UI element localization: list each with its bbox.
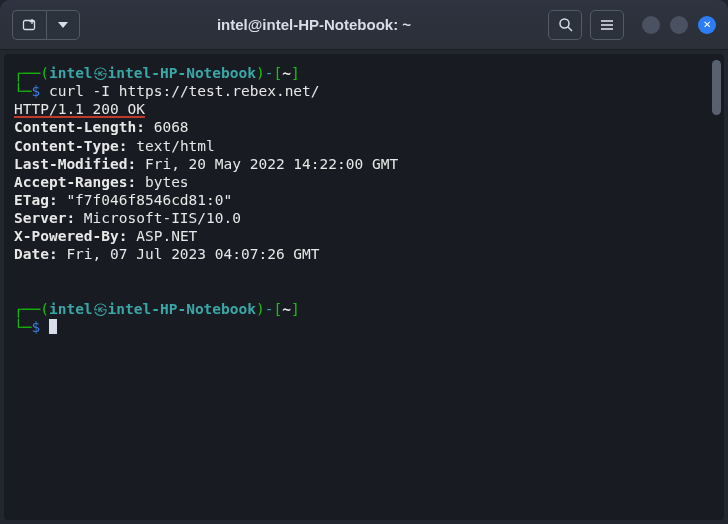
window-title: intel@intel-HP-Notebook: ~ — [80, 16, 548, 33]
prompt-paren-open: ( — [40, 65, 49, 81]
titlebar: intel@intel-HP-Notebook: ~ — [0, 0, 728, 50]
terminal-body: ┌──(intel㉿intel-HP-Notebook)-[~] └─$ cur… — [0, 50, 728, 524]
command-line: curl -I https://test.rebex.net/ — [49, 83, 320, 99]
prompt2-at: ㉿ — [93, 301, 108, 317]
chevron-down-icon — [58, 22, 68, 28]
prompt2-lbracket: [ — [273, 301, 282, 317]
header-date-key: Date: — [14, 246, 58, 262]
prompt-lbracket: [ — [273, 65, 282, 81]
maximize-button[interactable] — [670, 16, 688, 34]
prompt-cwd: ~ — [282, 65, 291, 81]
header-x-powered-by-key: X-Powered-By: — [14, 228, 128, 244]
menu-button[interactable] — [590, 10, 624, 40]
prompt-rbracket: ] — [291, 65, 300, 81]
header-last-modified-key: Last-Modified: — [14, 156, 136, 172]
prompt2-host: intel-HP-Notebook — [108, 301, 256, 317]
cursor — [49, 319, 57, 334]
hamburger-icon — [600, 19, 614, 31]
titlebar-left-controls — [12, 10, 80, 40]
header-date-val: Fri, 07 Jul 2023 04:07:26 GMT — [58, 246, 320, 262]
prompt-dollar: $ — [31, 83, 40, 99]
prompt2-dollar: $ — [31, 319, 40, 335]
header-content-length-val: 6068 — [145, 119, 189, 135]
header-content-type-key: Content-Type: — [14, 138, 128, 154]
header-accept-ranges-key: Accept-Ranges: — [14, 174, 136, 190]
header-content-type-val: text/html — [128, 138, 215, 154]
prompt-user: intel — [49, 65, 93, 81]
prompt-paren-close: ) — [256, 65, 265, 81]
header-server-val: Microsoft-IIS/10.0 — [75, 210, 241, 226]
search-icon — [558, 17, 573, 32]
prompt2-user: intel — [49, 301, 93, 317]
header-etag-key: ETag: — [14, 192, 58, 208]
header-x-powered-by-val: ASP.NET — [128, 228, 198, 244]
minimize-button[interactable] — [642, 16, 660, 34]
prompt2-corner-bot: └─ — [14, 319, 31, 335]
prompt-corner-top: ┌── — [14, 65, 40, 81]
scrollbar[interactable] — [712, 60, 721, 115]
prompt2-cwd: ~ — [282, 301, 291, 317]
search-button[interactable] — [548, 10, 582, 40]
prompt2-corner-top: ┌── — [14, 301, 40, 317]
prompt-at: ㉿ — [93, 65, 108, 81]
prompt-corner-bot: └─ — [14, 83, 31, 99]
prompt2-rbracket: ] — [291, 301, 300, 317]
tab-dropdown-button[interactable] — [46, 10, 80, 40]
terminal-viewport[interactable]: ┌──(intel㉿intel-HP-Notebook)-[~] └─$ cur… — [4, 54, 724, 520]
svg-line-4 — [568, 27, 572, 31]
window-controls — [642, 16, 716, 34]
close-button[interactable] — [698, 16, 716, 34]
header-accept-ranges-val: bytes — [136, 174, 188, 190]
prompt-host: intel-HP-Notebook — [108, 65, 256, 81]
header-last-modified-val: Fri, 20 May 2022 14:22:00 GMT — [136, 156, 398, 172]
terminal-window: intel@intel-HP-Notebook: ~ — [0, 0, 728, 524]
new-tab-icon — [22, 18, 38, 32]
header-etag-val: "f7f046f8546cd81:0" — [58, 192, 233, 208]
prompt2-paren-close: ) — [256, 301, 265, 317]
http-status-line: HTTP/1.1 200 OK — [14, 101, 145, 117]
header-content-length-key: Content-Length: — [14, 119, 145, 135]
header-server-key: Server: — [14, 210, 75, 226]
prompt2-paren-open: ( — [40, 301, 49, 317]
titlebar-right-controls — [548, 10, 716, 40]
new-tab-button[interactable] — [12, 10, 46, 40]
svg-point-3 — [560, 19, 569, 28]
terminal-content: ┌──(intel㉿intel-HP-Notebook)-[~] └─$ cur… — [14, 64, 718, 336]
